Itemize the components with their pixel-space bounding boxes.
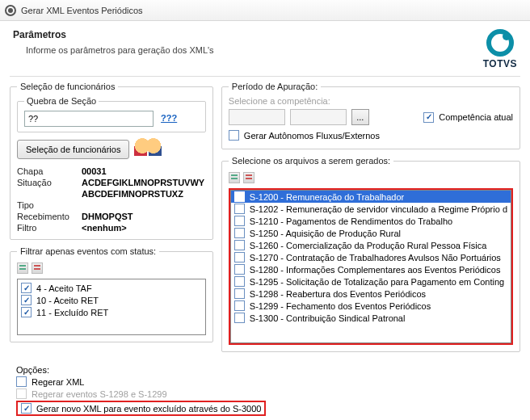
people-icon bbox=[134, 137, 162, 162]
select-employees-button[interactable]: Seleção de funcionários bbox=[17, 140, 129, 159]
checkbox[interactable] bbox=[234, 264, 245, 275]
value-recebimento: DHMOPQST bbox=[82, 212, 133, 221]
brand-logo: TOTVS bbox=[483, 29, 517, 69]
brand-name: TOTVS bbox=[483, 58, 517, 69]
toolbar-checkall[interactable] bbox=[17, 262, 206, 274]
app-icon bbox=[5, 5, 16, 16]
file-label[interactable]: S-1280 - Informações Complementares aos … bbox=[250, 265, 501, 275]
period-to-input[interactable] bbox=[290, 109, 347, 125]
competencia-atual-label[interactable]: Competência atual bbox=[439, 112, 513, 122]
file-label[interactable]: S-1300 - Contribuição Sindical Patronal bbox=[250, 313, 406, 323]
files-legend: Selecione os arquivos a serem gerados: bbox=[229, 156, 393, 166]
regerar-s1298-checkbox bbox=[16, 388, 27, 399]
label-tipo: Tipo bbox=[17, 200, 82, 210]
label-blank bbox=[17, 189, 82, 199]
list-item[interactable]: 11 - Excluído RET bbox=[36, 308, 108, 317]
period-from-input[interactable] bbox=[229, 109, 285, 125]
checkbox[interactable] bbox=[21, 295, 32, 305]
regerar-xml-checkbox[interactable] bbox=[16, 376, 27, 387]
file-row[interactable]: S-1295 - Solicitação de Totalização para… bbox=[231, 275, 511, 288]
file-label[interactable]: S-1270 - Contratação de Trabalhadores Av… bbox=[250, 253, 501, 262]
option-highlight: Gerar novo XML para evento excluído atra… bbox=[16, 401, 266, 416]
page-title: Parâmetros bbox=[13, 29, 214, 40]
file-row[interactable]: S-1200 - Remuneração do Trabalhador bbox=[231, 191, 511, 203]
files-list[interactable]: S-1200 - Remuneração do TrabalhadorS-120… bbox=[230, 190, 511, 343]
header: Parâmetros Informe os parâmetros para ge… bbox=[0, 21, 530, 73]
checkbox[interactable] bbox=[21, 283, 32, 293]
checkbox[interactable] bbox=[234, 204, 245, 214]
checkbox[interactable] bbox=[234, 300, 245, 311]
file-row[interactable]: S-1300 - Contribuição Sindical Patronal bbox=[231, 312, 511, 324]
toolbar-files-checkall[interactable] bbox=[229, 172, 513, 183]
list-item[interactable]: 10 - Aceito RET bbox=[36, 296, 99, 305]
status-filter-list[interactable]: 4 - Aceito TAF 10 - Aceito RET 11 - Excl… bbox=[17, 279, 206, 335]
label-chapa: Chapa bbox=[17, 166, 82, 176]
regerar-s1298-label: Regerar eventos S-1298 e S-1299 bbox=[32, 389, 167, 399]
section-break-input[interactable] bbox=[24, 111, 154, 127]
file-row[interactable]: S-1210 - Pagamentos de Rendimentos do Tr… bbox=[231, 215, 511, 227]
file-label[interactable]: S-1295 - Solicitação de Totalização para… bbox=[250, 277, 504, 287]
file-row[interactable]: S-1299 - Fechamento dos Eventos Periódic… bbox=[231, 300, 511, 312]
competencia-atual-checkbox[interactable] bbox=[423, 112, 434, 123]
file-label[interactable]: S-1298 - Reabertura dos Eventos Periódic… bbox=[250, 289, 426, 299]
file-row[interactable]: S-1260 - Comercialização da Produção Rur… bbox=[231, 239, 511, 251]
file-row[interactable]: S-1270 - Contratação de Trabalhadores Av… bbox=[231, 251, 511, 263]
file-label[interactable]: S-1200 - Remuneração do Trabalhador bbox=[250, 192, 404, 202]
checkbox[interactable] bbox=[234, 216, 245, 226]
section-break-lookup[interactable]: ??? bbox=[156, 113, 177, 123]
file-label[interactable]: S-1260 - Comercialização da Produção Rur… bbox=[250, 241, 486, 250]
gerar-excluido-checkbox[interactable] bbox=[21, 403, 32, 414]
file-row[interactable]: S-1298 - Reabertura dos Eventos Periódic… bbox=[231, 288, 511, 300]
regerar-xml-label[interactable]: Regerar XML bbox=[32, 377, 84, 387]
status-filter-legend: Filtrar apenas eventos com status: bbox=[17, 246, 159, 256]
label-recebimento: Recebimento bbox=[17, 212, 82, 221]
employee-selection-group: Seleção de funcionários Quebra de Seção … bbox=[10, 82, 213, 240]
autonomos-label[interactable]: Gerar Autônomos Fluxus/Externos bbox=[244, 131, 380, 141]
section-break-legend: Quebra de Seção bbox=[24, 96, 99, 106]
options-group: Opções: Regerar XML Regerar eventos S-12… bbox=[13, 363, 517, 418]
employee-selection-legend: Seleção de funcionários bbox=[17, 82, 118, 91]
file-row[interactable]: S-1202 - Remuneração de servidor vincula… bbox=[231, 203, 511, 215]
checkbox[interactable] bbox=[234, 313, 245, 323]
value-situacao: ACDEFGIKLMNOPRSTUVWY bbox=[82, 178, 204, 187]
period-lookup-button[interactable]: ... bbox=[351, 109, 369, 125]
autonomos-checkbox[interactable] bbox=[229, 130, 239, 141]
page-description: Informe os parâmetros para geração dos X… bbox=[13, 45, 214, 55]
checkbox[interactable] bbox=[234, 228, 245, 238]
window-titlebar: Gerar XML Eventos Periódicos bbox=[0, 0, 530, 21]
window-title: Gerar XML Eventos Periódicos bbox=[21, 6, 143, 15]
section-break-group: Quebra de Seção ??? bbox=[17, 96, 206, 132]
checkbox[interactable] bbox=[21, 307, 32, 317]
checkbox[interactable] bbox=[234, 288, 245, 299]
list-item[interactable]: 4 - Aceito TAF bbox=[36, 284, 92, 293]
competencia-label: Selecione a competência: bbox=[229, 96, 513, 106]
gerar-excluido-label[interactable]: Gerar novo XML para evento excluído atra… bbox=[36, 404, 261, 414]
files-highlight: S-1200 - Remuneração do TrabalhadorS-120… bbox=[229, 188, 513, 345]
checkbox[interactable] bbox=[234, 240, 245, 250]
file-row[interactable]: S-1280 - Informações Complementares aos … bbox=[231, 263, 511, 275]
file-row[interactable]: S-1250 - Aquisição de Produção Rural bbox=[231, 227, 511, 239]
status-filter-group: Filtrar apenas eventos com status: 4 - A… bbox=[10, 246, 213, 342]
period-legend: Período de Apuração: bbox=[229, 82, 321, 91]
value-filtro: <nenhum> bbox=[82, 223, 127, 233]
file-label[interactable]: S-1299 - Fechamento dos Eventos Periódic… bbox=[250, 301, 431, 311]
label-situacao: Situação bbox=[17, 178, 82, 187]
file-label[interactable]: S-1250 - Aquisição de Produção Rural bbox=[250, 229, 401, 238]
checkbox[interactable] bbox=[234, 252, 245, 262]
checkbox[interactable] bbox=[234, 276, 245, 287]
value-blank: ABCDEFIMNOPRSTUXZ bbox=[82, 189, 183, 199]
file-label[interactable]: S-1210 - Pagamentos de Rendimentos do Tr… bbox=[250, 216, 452, 226]
checkbox[interactable] bbox=[234, 191, 245, 202]
options-legend: Opções: bbox=[16, 365, 514, 375]
value-chapa: 00031 bbox=[82, 166, 107, 176]
file-label[interactable]: S-1202 - Remuneração de servidor vincula… bbox=[250, 204, 507, 214]
files-group: Selecione os arquivos a serem gerados: S… bbox=[221, 156, 520, 352]
period-group: Período de Apuração: Selecione a competê… bbox=[221, 82, 520, 149]
label-filtro: Filtro bbox=[17, 223, 82, 233]
